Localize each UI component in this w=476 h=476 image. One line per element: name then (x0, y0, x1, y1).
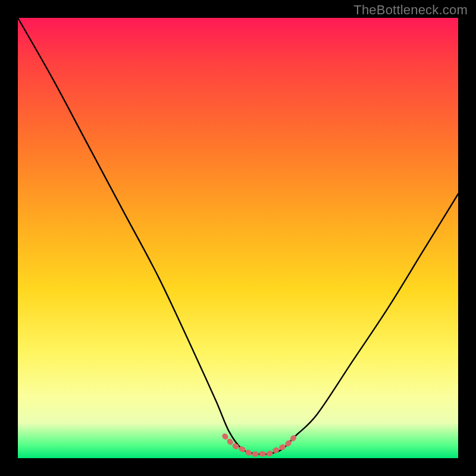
bottleneck-curve (18, 18, 458, 455)
curve-overlay (18, 18, 458, 458)
watermark-text: TheBottleneck.com (353, 2, 468, 18)
valley-highlight (225, 436, 295, 454)
plot-area (18, 18, 458, 458)
chart-frame: TheBottleneck.com (0, 0, 476, 476)
